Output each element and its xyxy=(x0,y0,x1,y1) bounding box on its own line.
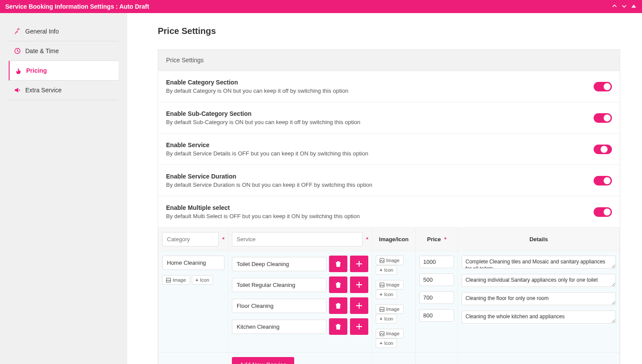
chevron-up-icon[interactable] xyxy=(611,3,618,10)
toggle-desc: By default Sub-Category is ON but you ca… xyxy=(166,119,360,125)
service-icon-chip[interactable]: + Icon xyxy=(376,290,397,299)
delete-service-button[interactable] xyxy=(329,297,347,314)
bullhorn-icon xyxy=(14,87,21,94)
col-price: Price xyxy=(427,236,441,243)
service-details-textarea[interactable] xyxy=(462,310,616,324)
chevron-down-icon[interactable] xyxy=(621,3,627,10)
service-icon-chip[interactable]: + Icon xyxy=(376,338,397,348)
service-icon-chip[interactable]: + Icon xyxy=(376,314,397,324)
toggle-row: Enable Service DurationBy default Servic… xyxy=(158,165,620,196)
category-input[interactable] xyxy=(162,256,224,270)
tools-icon xyxy=(14,28,21,35)
window-title: Service Booking Information Settings : A… xyxy=(5,3,149,10)
service-name-input[interactable] xyxy=(232,299,326,313)
category-icon-chip[interactable]: + Icon xyxy=(192,275,213,285)
toggle-title: Enable Sub-Category Section xyxy=(166,110,360,117)
main-content: Price Settings Price Settings Enable Cat… xyxy=(127,13,642,364)
sidebar: General InfoDate & TimePricingExtra Serv… xyxy=(0,13,127,364)
service-price-input[interactable] xyxy=(419,273,454,286)
category-header-input[interactable] xyxy=(162,232,219,246)
required-asterisk: * xyxy=(366,236,368,243)
service-icon-chip[interactable]: + Icon xyxy=(376,265,397,275)
move-service-button[interactable] xyxy=(350,276,368,293)
service-price-input[interactable] xyxy=(419,256,454,268)
move-service-button[interactable] xyxy=(350,256,368,272)
sidebar-item-extra-service[interactable]: Extra Service xyxy=(9,81,119,100)
toggle-switch[interactable] xyxy=(594,82,612,91)
service-name-input[interactable] xyxy=(232,278,326,292)
delete-service-button[interactable] xyxy=(329,256,347,272)
hand-icon xyxy=(15,67,22,74)
service-details-textarea[interactable] xyxy=(462,274,616,287)
toggle-switch[interactable] xyxy=(594,113,612,123)
sidebar-item-general-info[interactable]: General Info xyxy=(9,22,119,41)
toggle-switch[interactable] xyxy=(594,176,612,185)
panel-title: Price Settings xyxy=(158,50,620,71)
window-header: Service Booking Information Settings : A… xyxy=(0,0,642,13)
col-image-icon: Image/Icon xyxy=(372,228,416,251)
service-name-input[interactable] xyxy=(232,257,326,271)
move-service-button[interactable] xyxy=(350,297,368,314)
required-asterisk: * xyxy=(222,236,224,243)
toggle-title: Enable Category Section xyxy=(166,79,348,86)
window-controls xyxy=(611,3,637,10)
clock-icon xyxy=(14,47,21,54)
toggle-row: Enable Category SectionBy default Catego… xyxy=(158,71,620,102)
toggle-desc: By default Category is ON but you can ke… xyxy=(166,88,348,94)
pricing-table: * * Image/Icon Price * Details xyxy=(158,227,620,364)
toggle-desc: By default Service Details is OFF but yo… xyxy=(166,150,368,157)
service-header-input[interactable] xyxy=(232,232,363,246)
sidebar-item-pricing[interactable]: Pricing xyxy=(9,61,119,81)
toggle-desc: By default Service Duration is ON but yo… xyxy=(166,182,372,188)
service-details-textarea[interactable] xyxy=(462,292,616,305)
service-price-input[interactable] xyxy=(419,291,454,304)
caret-up-icon[interactable] xyxy=(631,3,637,10)
service-name-input[interactable] xyxy=(232,320,326,334)
toggle-switch[interactable] xyxy=(594,145,612,154)
add-new-service-button[interactable]: Add New Service xyxy=(232,357,294,364)
sidebar-item-label: Extra Service xyxy=(25,87,61,94)
delete-service-button[interactable] xyxy=(329,318,347,335)
service-details-textarea[interactable] xyxy=(462,256,616,269)
page-title: Price Settings xyxy=(158,26,620,36)
toggle-switch[interactable] xyxy=(594,207,612,217)
sidebar-item-label: General Info xyxy=(25,28,59,35)
toggle-row: Enable Multiple selectBy default Multi S… xyxy=(158,196,620,227)
move-service-button[interactable] xyxy=(350,318,368,335)
delete-service-button[interactable] xyxy=(329,276,347,293)
service-image-chip[interactable]: Image xyxy=(376,280,404,290)
toggle-row: Enable ServiceBy default Service Details… xyxy=(158,134,620,165)
svg-marker-0 xyxy=(632,4,636,7)
price-settings-panel: Price Settings Enable Category SectionBy… xyxy=(158,49,620,364)
sidebar-item-date-time[interactable]: Date & Time xyxy=(9,41,119,61)
service-image-chip[interactable]: Image xyxy=(376,256,404,265)
service-image-chip[interactable]: Image xyxy=(376,304,404,314)
sidebar-item-label: Pricing xyxy=(26,67,47,74)
toggle-title: Enable Service Duration xyxy=(166,173,372,180)
toggle-desc: By default Multi Select is OFF but you c… xyxy=(166,213,360,219)
col-details: Details xyxy=(458,228,620,251)
required-asterisk: * xyxy=(444,236,446,243)
service-price-input[interactable] xyxy=(419,309,454,322)
toggle-title: Enable Multiple select xyxy=(166,204,360,211)
toggle-title: Enable Service xyxy=(166,142,368,148)
sidebar-item-label: Date & Time xyxy=(25,47,59,54)
category-image-chip[interactable]: Image xyxy=(162,275,190,285)
toggle-row: Enable Sub-Category SectionBy default Su… xyxy=(158,102,620,134)
service-image-chip[interactable]: Image xyxy=(376,329,404,338)
